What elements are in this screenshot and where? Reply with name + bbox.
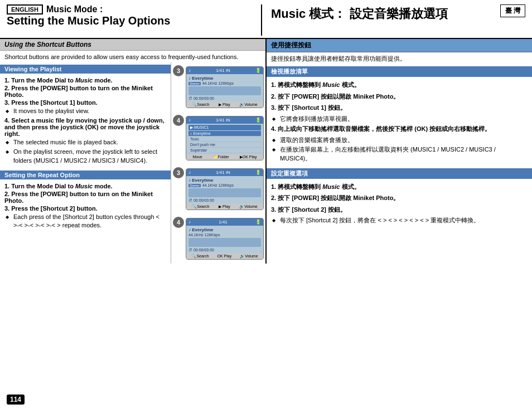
left-intro: Shortcut buttons are provided to allow u…: [0, 51, 265, 62]
header-right: Music 模式： 設定音樂播放選項 臺 灣: [261, 4, 525, 36]
device3-num: 3: [173, 167, 184, 178]
step3-bullet: It moves to the playlist view.: [4, 107, 166, 115]
left-column: Using the Shortcut Buttons Shortcut butt…: [0, 39, 265, 264]
right-section-header: 使用捷徑按鈕: [267, 39, 532, 52]
step4: 4. Select a music file by moving the joy…: [4, 117, 166, 137]
step3: 3. Press the [Shortcut 1] button.: [4, 99, 166, 106]
device3: ♪ 1/41 IN 🔋 ♪ Everytime Stereo 44.1KHz 1…: [186, 168, 264, 210]
repeat-section: 1. Turn the Mode Dial to Music mode. 2. …: [0, 181, 171, 233]
viewing-playlist-header: Viewing the Playlist: [0, 65, 171, 74]
ch-rep-step1: 1. 將模式轉盤轉到 Music 模式。: [271, 182, 528, 192]
header-right-title: Music 模式： 設定音樂播放選項: [271, 6, 448, 22]
device2-num: 4: [173, 115, 184, 126]
chinese-repeat-header: 設定重複選項: [267, 168, 532, 179]
ch-rep-step3-bullet: 每次按下 [Shortcut 2] 按鈕，將會在 < > < > < > < >…: [271, 216, 528, 225]
step4-bullet1: The selected music file is played back.: [4, 138, 166, 147]
right-column: 使用捷徑按鈕 捷徑按鈕專員讓使用者輕鬆存取常用功能而提供。 檢視播放清單 1. …: [267, 39, 532, 264]
left-section-title: Using the Shortcut Buttons: [4, 41, 91, 48]
left-section-header: Using the Shortcut Buttons: [0, 39, 265, 51]
taiwan-badge: 臺 灣: [500, 4, 525, 17]
header-title-line2: Setting the Music Play Options: [7, 14, 261, 27]
right-intro: 捷徑按鈕專員讓使用者輕鬆存取常用功能而提供。: [267, 52, 532, 64]
header-title-prefix: Music Mode :: [46, 4, 103, 14]
header-right-top: Music 模式： 設定音樂播放選項 臺 灣: [271, 4, 525, 22]
content-area: Using the Shortcut Buttons Shortcut butt…: [0, 39, 532, 264]
english-badge: ENGLISH: [7, 4, 43, 14]
device-images: 3 ♪ 1/41 IN 🔋 ♪ Everytime Stereo: [171, 62, 265, 264]
device2: ♪ 1/41 IN 🔋 ▶ MUSIC1 ♪ Everytime Toxic D…: [186, 116, 264, 160]
ch-step4: 4. 向上或向下移動搖桿選取音樂檔案，然後按下搖桿 (OK) 按鈕或向右移動搖桿…: [271, 124, 528, 134]
step1: 1. Turn the Mode Dial to Music mode.: [4, 77, 166, 84]
right-section-title: 使用捷徑按鈕: [271, 41, 311, 49]
ch-step3: 3. 按下 [Shortcut 1] 按鈕。: [271, 103, 528, 113]
chinese-playlist-header: 檢視播放清單: [267, 66, 532, 77]
repeat-header: Setting the Repeat Option: [0, 171, 171, 179]
repeat-step2: 2. Press the [POWER] button to turn on t…: [4, 191, 166, 204]
device1-num: 3: [173, 65, 184, 76]
ch-step3-bullet: 它將會移到播放清單視圖。: [271, 115, 528, 123]
device4: ♪ 1/41 🔋 ♪ Everytime 44.1KHz 128Kbps: [186, 218, 264, 260]
repeat-step1: 1. Turn the Mode Dial to Music mode.: [4, 183, 166, 189]
ch-step1: 1. 將模式轉盤轉到 Music 模式。: [271, 80, 528, 90]
header-title-line1: ENGLISH Music Mode :: [7, 4, 261, 14]
device4-num: 4: [173, 217, 184, 228]
ch-step2: 2. 按下 [POWER] 按鈕以開啟 Miniket Photo。: [271, 92, 528, 101]
ch-rep-step2: 2. 按下 [POWER] 按鈕以開啟 Miniket Photo。: [271, 193, 528, 203]
chinese-playlist-section: 1. 將模式轉盤轉到 Music 模式。 2. 按下 [POWER] 按鈕以開啟…: [267, 78, 532, 166]
playlist-section: 1. Turn the Mode Dial to Music mode. 2. …: [0, 75, 171, 168]
ch-step4-bullet2: 在播放清單銀幕上，向左移動搖桿以選取資料夾 (MUSIC1 / MUSIC2 /…: [271, 145, 528, 163]
left-text-area: Viewing the Playlist 1. Turn the Mode Di…: [0, 62, 171, 264]
repeat-step3-bullet: Each press of the [Shortcut 2] button cy…: [4, 213, 166, 230]
page-number: 114: [7, 395, 25, 405]
step2: 2. Press the [POWER] button to turn on t…: [4, 85, 166, 98]
left-inner: Viewing the Playlist 1. Turn the Mode Di…: [0, 62, 265, 264]
page-header: ENGLISH Music Mode : Setting the Music P…: [0, 0, 532, 39]
ch-rep-step3: 3. 按下 [Shortcut 2] 按鈕。: [271, 205, 528, 215]
repeat-step3: 3. Press the [Shortcut 2] button.: [4, 205, 166, 212]
ch-step4-bullet1: 選取的音樂檔案將會播放。: [271, 136, 528, 144]
device1: ♪ 1/41 IN 🔋 ♪ Everytime Stereo 44.1KHz 1…: [186, 66, 264, 108]
step4-bullet2: On the playlist screen, move the joystic…: [4, 148, 166, 165]
header-left: ENGLISH Music Mode : Setting the Music P…: [7, 4, 261, 36]
chinese-repeat-section: 1. 將模式轉盤轉到 Music 模式。 2. 按下 [POWER] 按鈕以開啟…: [267, 180, 532, 228]
